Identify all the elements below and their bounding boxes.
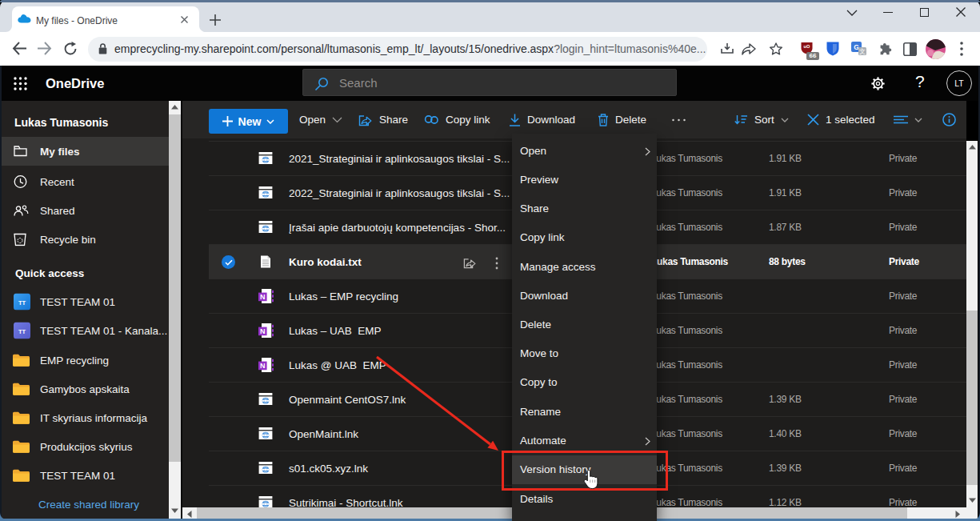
svg-text:uO: uO [804, 44, 810, 49]
svg-text:N: N [260, 293, 266, 301]
svg-text:文: 文 [859, 48, 866, 55]
svg-text:N: N [260, 327, 266, 335]
svg-text:TT: TT [18, 299, 26, 307]
svg-text:N: N [260, 362, 266, 370]
svg-text:TT: TT [18, 328, 26, 335]
